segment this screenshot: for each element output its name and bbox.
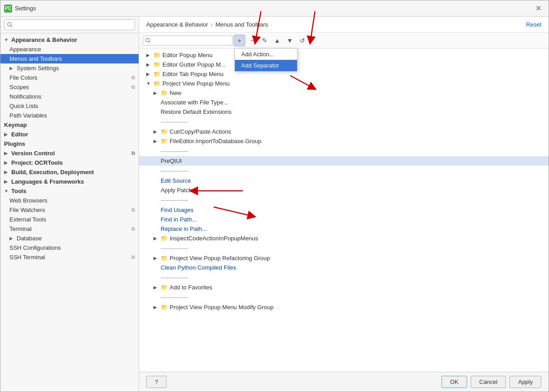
chevron-right-icon: ▶ — [4, 170, 9, 175]
sidebar-item-quick-lists[interactable]: Quick Lists — [0, 101, 139, 111]
ok-button[interactable]: OK — [441, 376, 467, 388]
toolbar-reset-button[interactable]: ↺ — [297, 35, 308, 46]
add-button[interactable]: + — [234, 35, 245, 46]
copy-icon: ⧉ — [131, 207, 135, 213]
sidebar-tree: ▼ Appearance & Behavior Appearance Menus… — [0, 33, 139, 392]
cancel-button[interactable]: Cancel — [471, 376, 506, 388]
chevron-right-icon: ▶ — [153, 129, 159, 134]
sidebar-item-ssh-configurations[interactable]: SSH Configurations — [0, 243, 139, 252]
toolbar-bar: + − ✎ ▲ ▼ ↺ Add Action — [139, 33, 549, 49]
main-tree-add-to-favorites[interactable]: ▶ 📁 Add to Favorites — [139, 283, 549, 292]
app-icon: PC — [4, 5, 12, 13]
content-area: ▼ Appearance & Behavior Appearance Menus… — [0, 17, 549, 392]
close-button[interactable]: ✕ — [532, 2, 545, 14]
main-tree-inspectcode[interactable]: ▶ 📁 InspectCodeActionInPopupMenus — [139, 234, 549, 243]
main-tree-associate-file[interactable]: Associate with File Type... — [139, 98, 549, 107]
chevron-right-icon: ▶ — [153, 90, 159, 95]
chevron-right-icon: ▶ — [146, 53, 152, 58]
main-tree: ▶ 📁 Editor Popup Menu ▶ 📁 Editor Gutter … — [139, 49, 549, 372]
sidebar-item-database[interactable]: ▶ Database — [0, 234, 139, 243]
main-tree-sep2: -------------- — [139, 146, 549, 156]
sidebar-item-version-control[interactable]: ▶ Version Control ⧉ — [0, 149, 139, 158]
sidebar-item-web-browsers[interactable]: Web Browsers — [0, 196, 139, 205]
main-tree-find-in-path[interactable]: Find in Path... — [139, 215, 549, 224]
bottom-bar: ? OK Cancel Apply — [139, 372, 549, 392]
main-tree-clean-python[interactable]: Clean Python Compiled Files — [139, 263, 549, 272]
help-button[interactable]: ? — [146, 376, 166, 388]
copy-icon: ⧉ — [131, 226, 135, 232]
apply-button[interactable]: Apply — [509, 376, 541, 388]
sidebar-item-appearance-behavior[interactable]: ▼ Appearance & Behavior — [0, 35, 139, 45]
sidebar-item-ssh-terminal[interactable]: SSH Terminal ⧉ — [0, 252, 139, 262]
sidebar-item-build-exec[interactable]: ▶ Build, Execution, Deployment — [0, 167, 139, 177]
sidebar-item-tools[interactable]: ▼ Tools — [0, 186, 139, 196]
main-tree-editor-popup[interactable]: ▶ 📁 Editor Popup Menu — [139, 50, 549, 60]
chevron-down-icon: ▼ — [146, 81, 152, 86]
folder-icon: 📁 — [153, 52, 161, 59]
sidebar-item-terminal[interactable]: Terminal ⧉ — [0, 224, 139, 234]
arrow-down-icon: ▼ — [287, 37, 293, 44]
main-tree-fileeditor-import[interactable]: ▶ 📁 FileEditor.ImportToDatabase.Group — [139, 136, 549, 146]
sidebar-item-project-ocrtools[interactable]: ▶ Project: OCRTools — [0, 158, 139, 167]
main-tree-replace-in-path[interactable]: Replace in Path... — [139, 224, 549, 234]
sidebar-item-path-variables[interactable]: Path Variables — [0, 111, 139, 120]
main-tree-editor-gutter[interactable]: ▶ 📁 Editor Gutter Popup M... — [139, 60, 549, 69]
chevron-right-icon: ▶ — [4, 151, 9, 156]
main-tree-project-refactoring[interactable]: ▶ 📁 Project View Popup Refactoring Group — [139, 253, 549, 263]
titlebar: PC Settings ✕ — [0, 0, 549, 17]
main-tree-apply-patch[interactable]: Apply Patch... — [139, 185, 549, 195]
edit-button[interactable]: ✎ — [259, 35, 270, 46]
move-down-button[interactable]: ▼ — [284, 35, 296, 46]
dropdown-add-separator[interactable]: Add Separator — [235, 60, 297, 71]
sidebar-item-plugins[interactable]: Plugins — [0, 139, 139, 149]
chevron-right-icon: ▶ — [153, 139, 159, 144]
sidebar-item-file-watchers[interactable]: File Watchers ⧉ — [0, 205, 139, 215]
chevron-right-icon: ▶ — [9, 66, 15, 71]
question-mark-icon: ? — [155, 378, 158, 385]
folder-icon: 📁 — [153, 80, 161, 87]
folder-icon: 📁 — [161, 138, 168, 144]
sidebar-item-menus-toolbars[interactable]: Menus and Toolbars — [0, 54, 139, 63]
copy-icon: ⧉ — [131, 75, 135, 81]
dropdown-add-action[interactable]: Add Action... — [235, 49, 297, 60]
breadcrumb-parent: Appearance & Behavior — [146, 21, 208, 28]
main-tree-new[interactable]: ▶ 📁 New — [139, 88, 549, 98]
chevron-right-icon: ▶ — [4, 160, 9, 165]
sidebar-item-system-settings[interactable]: ▶ System Settings — [0, 63, 139, 73]
main-tree-sep3: -------------- — [139, 166, 549, 176]
move-up-button[interactable]: ▲ — [271, 35, 283, 46]
main-tree-edit-source[interactable]: Edit Source — [139, 176, 549, 185]
main-tree-editor-tab[interactable]: ▶ 📁 Editor Tab Popup Menu — [139, 69, 549, 79]
breadcrumb: Appearance & Behavior › Menus and Toolba… — [139, 17, 549, 33]
main-tree-project-view-modify[interactable]: ▶ 📁 Project View Popup Menu Modify Group — [139, 302, 549, 312]
folder-icon: 📁 — [161, 255, 168, 261]
folder-icon: 📁 — [161, 128, 168, 135]
sidebar-item-notifications[interactable]: Notifications — [0, 92, 139, 101]
toolbar-search-input[interactable] — [143, 36, 233, 45]
chevron-down-icon: ▼ — [4, 37, 9, 42]
main-tree-cut-copy-paste[interactable]: ▶ 📁 Cut/Copy/Paste Actions — [139, 127, 549, 136]
sidebar-item-appearance[interactable]: Appearance — [0, 45, 139, 54]
dropdown-menu: Add Action... Add Separator — [234, 48, 297, 72]
settings-window: PC Settings ✕ ▼ Appearance & Behavior Ap… — [0, 0, 549, 392]
main-tree-sep7: -------------- — [139, 293, 549, 302]
main-tree-find-usages[interactable]: Find Usages — [139, 205, 549, 215]
chevron-right-icon: ▶ — [146, 72, 152, 77]
chevron-right-icon: ▶ — [153, 236, 159, 241]
sidebar-item-languages[interactable]: ▶ Languages & Frameworks — [0, 177, 139, 186]
reset-button[interactable]: Reset — [526, 21, 541, 28]
main-tree-preqtui[interactable]: PreQtUI — [139, 156, 549, 166]
sidebar-item-keymap[interactable]: Keymap — [0, 120, 139, 130]
main-tree-restore-default[interactable]: Restore Default Extensions — [139, 107, 549, 117]
sidebar-search-input[interactable] — [4, 19, 135, 30]
sidebar-item-editor[interactable]: ▶ Editor — [0, 130, 139, 139]
plus-icon: + — [238, 37, 241, 44]
main-tree-sep1: -------------- — [139, 117, 549, 126]
sidebar-item-scopes[interactable]: Scopes ⧉ — [0, 82, 139, 92]
reset-icon: ↺ — [300, 37, 305, 44]
sidebar-item-file-colors[interactable]: File Colors ⧉ — [0, 73, 139, 82]
remove-button[interactable]: − — [246, 35, 258, 46]
main-tree-project-view-popup[interactable]: ▼ 📁 Project View Popup Menu — [139, 79, 549, 88]
folder-icon: 📁 — [153, 61, 161, 68]
sidebar-item-external-tools[interactable]: External Tools — [0, 215, 139, 224]
